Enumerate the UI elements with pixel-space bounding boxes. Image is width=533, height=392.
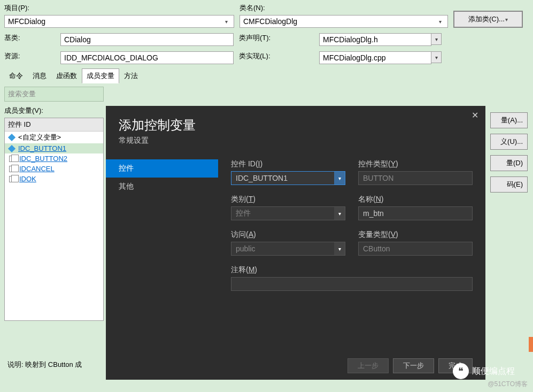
category-label: 类别(T) — [231, 195, 345, 204]
right-button-2[interactable]: 量(D) — [490, 155, 528, 171]
add-variable-dialog: 添加控制变量 常规设置 ✕ 控件其他 控件 ID(I) IDC_BUTTON1 … — [106, 106, 485, 380]
tree-item[interactable]: IDOK — [5, 174, 103, 184]
add-class-button[interactable]: 添加类(C)... ▾ — [453, 11, 523, 28]
tab-2[interactable]: 虚函数 — [51, 68, 82, 83]
project-value: MFCDialog — [8, 17, 45, 26]
dialog-subtitle: 常规设置 — [119, 136, 473, 145]
declaration-input[interactable]: MFCDialogDlg.h — [319, 33, 431, 46]
right-button-0[interactable]: 量(A)... — [490, 112, 528, 128]
tree-item[interactable]: IDC_BUTTON2 — [5, 153, 103, 164]
diamond-icon — [8, 144, 16, 152]
declaration-label: 类声明(T): — [239, 33, 319, 46]
chevron-down-icon: ▾ — [334, 207, 345, 220]
chevron-down-icon: ▾ — [334, 172, 345, 185]
tree-item[interactable]: IDC_BUTTON1 — [5, 143, 103, 153]
chevron-down-icon: ▾ — [222, 19, 230, 25]
dialog-title: 添加控制变量 — [119, 117, 473, 134]
implementation-input[interactable]: MFCDialogDlg.cpp — [319, 51, 431, 64]
classname-dropdown[interactable]: CMFCDialogDlg ▾ — [240, 15, 448, 28]
tab-1[interactable]: 消息 — [28, 68, 51, 83]
control-id-label: 控件 ID(I) — [231, 159, 345, 169]
name-label: 名称(N) — [358, 195, 473, 204]
prev-button: 上一步 — [347, 358, 389, 373]
control-type-input: BUTTON — [358, 171, 473, 185]
access-combo[interactable]: public ▾ — [231, 242, 345, 256]
baseclass-input[interactable]: CDialog — [60, 33, 234, 46]
tree-item[interactable]: IDCANCEL — [5, 164, 103, 174]
square-icon — [9, 166, 16, 172]
control-type-label: 控件类型(Y) — [358, 159, 473, 169]
watermark-logo: ❝ 顺便编点程 — [453, 363, 515, 379]
resource-input[interactable]: IDD_MFCDIALOG_DIALOG — [60, 51, 234, 64]
edge-highlight — [529, 337, 533, 352]
diamond-icon — [8, 134, 16, 141]
tab-3[interactable]: 成员变量 — [82, 68, 119, 83]
dialog-sidebar-item[interactable]: 其他 — [106, 178, 218, 196]
category-combo[interactable]: 控件 ▾ — [231, 206, 345, 220]
dialog-sidebar-item[interactable]: 控件 — [106, 159, 218, 178]
classname-label: 类名(N): — [240, 3, 453, 13]
tab-4[interactable]: 方法 — [119, 68, 143, 83]
project-label: 项目(P): — [4, 3, 240, 13]
watermark-site: @51CTO博客 — [488, 380, 528, 389]
right-button-3[interactable]: 码(E) — [490, 176, 528, 193]
implementation-label: 类实现(L): — [239, 51, 319, 64]
description-text: 说明: 映射到 CButton 成 — [7, 360, 82, 370]
classname-value: CMFCDialogDlg — [243, 17, 297, 26]
name-input[interactable]: m_btn — [358, 206, 473, 220]
tree-label: 成员变量(V): — [4, 106, 104, 116]
resource-label: 资源: — [4, 51, 60, 64]
tree-item[interactable]: <自定义变量> — [5, 132, 103, 143]
chevron-down-icon: ▾ — [334, 242, 345, 255]
control-id-combo[interactable]: IDC_BUTTON1 ▾ — [231, 171, 345, 185]
tabs: 命令消息虚函数成员变量方法 — [4, 68, 529, 83]
implementation-dropdown-button[interactable]: ▾ — [431, 51, 442, 63]
member-tree[interactable]: 控件 ID <自定义变量>IDC_BUTTON1IDC_BUTTON2IDCAN… — [4, 118, 104, 321]
square-icon — [9, 176, 16, 182]
vartype-input[interactable]: CButton — [358, 242, 473, 256]
search-input[interactable]: 搜索变量 — [4, 87, 104, 102]
chevron-down-icon: ▾ — [436, 19, 444, 25]
vartype-label: 变量类型(V) — [358, 230, 473, 240]
chevron-down-icon: ▾ — [505, 17, 508, 22]
baseclass-label: 基类: — [4, 33, 60, 46]
tab-0[interactable]: 命令 — [4, 68, 28, 83]
wechat-icon: ❝ — [453, 363, 469, 379]
next-button[interactable]: 下一步 — [393, 358, 434, 373]
project-dropdown[interactable]: MFCDialog ▾ — [4, 15, 234, 28]
right-button-1[interactable]: 义(U)... — [490, 134, 528, 150]
declaration-dropdown-button[interactable]: ▾ — [431, 33, 442, 45]
comment-label: 注释(M) — [231, 265, 473, 275]
comment-input[interactable] — [231, 277, 473, 291]
tree-header: 控件 ID — [5, 118, 103, 132]
square-icon — [9, 156, 16, 162]
close-icon[interactable]: ✕ — [469, 110, 480, 121]
access-label: 访问(A) — [231, 230, 345, 240]
